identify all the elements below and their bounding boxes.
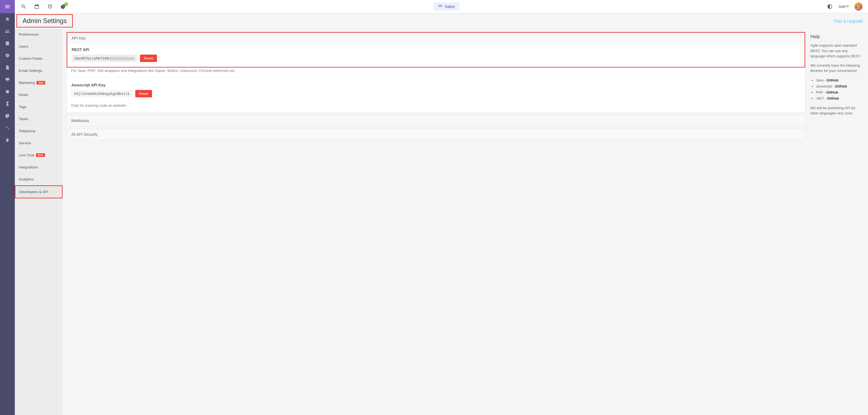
rail-calendar[interactable] (0, 86, 15, 98)
help-title: Help (810, 34, 863, 39)
github-link-net[interactable]: GitHub (827, 96, 839, 100)
settings-sidebar: Preferences Users Custom Fields Email Se… (15, 29, 63, 415)
help-lib-net: .NET - GitHub (816, 95, 863, 101)
rest-api-key-value[interactable]: 2mv90fmjcp007189xxxxxxxxxxxx (72, 55, 137, 62)
rail-settings[interactable] (0, 122, 15, 134)
reset-rest-key-button[interactable]: Reset (140, 55, 157, 62)
calendar-button[interactable] (33, 3, 40, 10)
svg-text:$: $ (7, 54, 8, 57)
sidebar-item-users[interactable]: Users (15, 41, 63, 53)
help-p1: Agile supports open standard REST. You c… (810, 43, 863, 59)
rail-documents[interactable] (0, 61, 15, 73)
people-icon (5, 29, 10, 34)
js-api-note: Only for tracking code on website. (71, 103, 801, 107)
sidebar-item-analytics[interactable]: Analytics (15, 173, 63, 185)
hourglass-icon (5, 101, 10, 106)
svg-point-3 (8, 128, 9, 129)
rail-companies[interactable] (0, 37, 15, 50)
sidebar-item-deals[interactable]: Deals (15, 89, 63, 101)
help-p3: We will be publishing API for other lang… (810, 105, 863, 116)
chevron-down-icon (846, 6, 849, 7)
left-rail: $ (0, 0, 15, 415)
module-label: Sales (444, 4, 455, 9)
building-icon (5, 41, 10, 46)
page-header: Admin Settings Plan & Upgrade (15, 13, 868, 29)
theme-button[interactable] (827, 3, 833, 10)
calendar-rail-icon (5, 89, 10, 94)
api-key-panel: API Key REST API 2mv90fmjcp007189xxxxxxx… (66, 32, 805, 113)
sidebar-item-preferences[interactable]: Preferences (15, 29, 63, 41)
alarm-button[interactable] (46, 3, 53, 10)
help-lib-java: Java - GitHub (816, 77, 863, 84)
webhooks-panel: Webhooks (66, 115, 805, 126)
sidebar-item-service[interactable]: Service (15, 137, 63, 149)
sidebar-item-marketing[interactable]: MarketingNew (15, 77, 63, 89)
github-link-java[interactable]: GitHub (827, 78, 838, 82)
menu-button[interactable] (0, 0, 15, 13)
user-avatar[interactable]: 🤖 (854, 2, 863, 11)
currency-icon: $ (5, 53, 10, 58)
sidebar-item-live-chat[interactable]: Live ChatBeta (15, 149, 63, 161)
monitor-icon (5, 77, 10, 82)
help-lib-php: PHP - GitHub (816, 89, 863, 95)
gears-icon (5, 125, 10, 130)
beta-badge: Beta (36, 153, 45, 157)
sidebar-item-custom-fields[interactable]: Custom Fields (15, 53, 63, 65)
search-icon (21, 4, 26, 9)
help-p2: We currently have the following librarie… (810, 63, 863, 73)
rail-home[interactable] (0, 13, 15, 25)
document-icon (5, 65, 10, 70)
sidebar-item-tags[interactable]: Tags (15, 101, 63, 113)
github-link-php[interactable]: GitHub (826, 90, 838, 94)
rest-api-label: REST API (72, 47, 800, 52)
js-api-key-value[interactable]: t0jl2nnm40n2h8npp5g28boi21 (71, 90, 132, 97)
topbar: 4 Sales Add 🤖 (15, 0, 868, 13)
reset-js-key-button[interactable]: Reset (135, 90, 152, 97)
rail-deals[interactable]: $ (0, 50, 15, 61)
sidebar-item-tasks[interactable]: Tasks (15, 113, 63, 125)
js-security-panel-header[interactable]: JS API Security (67, 129, 805, 140)
rail-monitor[interactable] (0, 73, 15, 86)
rest-api-note: For Java, PHP, .Net wrappers and integra… (71, 69, 801, 73)
page-title-box: Admin Settings (17, 14, 73, 27)
sidebar-item-developers-api[interactable]: Developers & API (15, 185, 63, 198)
sidebar-item-telephony[interactable]: Telephony (15, 125, 63, 137)
alarm-icon (47, 4, 53, 9)
add-dropdown[interactable]: Add (839, 4, 849, 9)
notifications-button[interactable]: 4 (60, 3, 66, 10)
hamburger-icon (4, 4, 10, 9)
help-lib-js: Javascript - GitHub (816, 84, 863, 89)
api-key-panel-header[interactable]: API Key (67, 32, 805, 43)
js-api-label: Javascript API Key (71, 83, 801, 87)
help-lib-list: Java - GitHub Javascript - GitHub PHP - … (810, 77, 863, 101)
svg-point-2 (6, 127, 8, 128)
calendar-icon (34, 4, 39, 9)
contrast-icon (827, 4, 833, 9)
plan-upgrade-link[interactable]: Plan & Upgrade (834, 19, 863, 23)
new-badge: New (36, 81, 45, 85)
rail-trash[interactable] (0, 134, 15, 146)
grid-icon (438, 4, 442, 9)
js-security-panel: JS API Security (66, 129, 805, 140)
sidebar-item-email-settings[interactable]: Email Settings (15, 65, 63, 77)
rail-hourglass[interactable] (0, 98, 15, 110)
pie-icon (5, 113, 10, 118)
help-sidebar: Help Agile supports open standard REST. … (809, 32, 864, 122)
module-switcher[interactable]: Sales (434, 2, 459, 10)
webhooks-panel-header[interactable]: Webhooks (67, 115, 805, 126)
sidebar-item-integrations[interactable]: Integrations (15, 161, 63, 173)
trash-icon (5, 137, 10, 142)
rail-reports[interactable] (0, 110, 15, 122)
search-button[interactable] (20, 3, 27, 10)
github-link-js[interactable]: GitHub (835, 84, 847, 88)
page-title: Admin Settings (23, 17, 67, 25)
notification-badge: 4 (64, 2, 68, 6)
rail-contacts[interactable] (0, 25, 15, 37)
add-label: Add (839, 4, 845, 9)
home-icon (5, 17, 10, 22)
